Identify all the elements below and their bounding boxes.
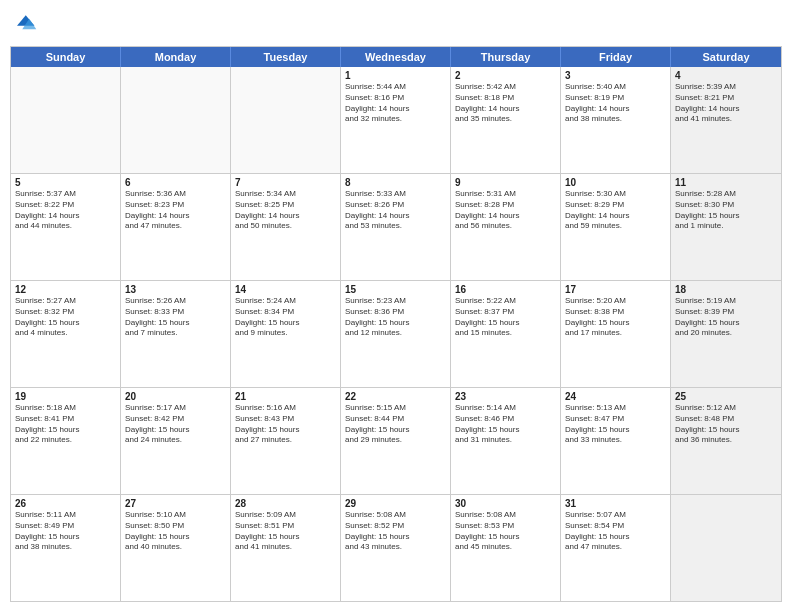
day-number: 23 <box>455 391 556 402</box>
day-number: 20 <box>125 391 226 402</box>
day-number: 18 <box>675 284 777 295</box>
calendar-cell-3-3: 14Sunrise: 5:24 AM Sunset: 8:34 PM Dayli… <box>231 281 341 387</box>
calendar-cell-5-5: 30Sunrise: 5:08 AM Sunset: 8:53 PM Dayli… <box>451 495 561 601</box>
calendar-header: SundayMondayTuesdayWednesdayThursdayFrid… <box>11 47 781 67</box>
calendar-row-3: 12Sunrise: 5:27 AM Sunset: 8:32 PM Dayli… <box>11 281 781 388</box>
cell-info: Sunrise: 5:07 AM Sunset: 8:54 PM Dayligh… <box>565 510 666 553</box>
calendar-cell-4-7: 25Sunrise: 5:12 AM Sunset: 8:48 PM Dayli… <box>671 388 781 494</box>
day-number: 19 <box>15 391 116 402</box>
calendar-cell-1-4: 1Sunrise: 5:44 AM Sunset: 8:16 PM Daylig… <box>341 67 451 173</box>
day-number: 12 <box>15 284 116 295</box>
day-number: 9 <box>455 177 556 188</box>
calendar-row-4: 19Sunrise: 5:18 AM Sunset: 8:41 PM Dayli… <box>11 388 781 495</box>
calendar-cell-5-1: 26Sunrise: 5:11 AM Sunset: 8:49 PM Dayli… <box>11 495 121 601</box>
cell-info: Sunrise: 5:44 AM Sunset: 8:16 PM Dayligh… <box>345 82 446 125</box>
calendar-cell-1-5: 2Sunrise: 5:42 AM Sunset: 8:18 PM Daylig… <box>451 67 561 173</box>
cell-info: Sunrise: 5:11 AM Sunset: 8:49 PM Dayligh… <box>15 510 116 553</box>
cell-info: Sunrise: 5:33 AM Sunset: 8:26 PM Dayligh… <box>345 189 446 232</box>
calendar-cell-1-2 <box>121 67 231 173</box>
day-number: 16 <box>455 284 556 295</box>
day-number: 2 <box>455 70 556 81</box>
cell-info: Sunrise: 5:27 AM Sunset: 8:32 PM Dayligh… <box>15 296 116 339</box>
calendar-row-1: 1Sunrise: 5:44 AM Sunset: 8:16 PM Daylig… <box>11 67 781 174</box>
cell-info: Sunrise: 5:34 AM Sunset: 8:25 PM Dayligh… <box>235 189 336 232</box>
page: SundayMondayTuesdayWednesdayThursdayFrid… <box>0 0 792 612</box>
weekday-header-monday: Monday <box>121 47 231 67</box>
cell-info: Sunrise: 5:36 AM Sunset: 8:23 PM Dayligh… <box>125 189 226 232</box>
cell-info: Sunrise: 5:20 AM Sunset: 8:38 PM Dayligh… <box>565 296 666 339</box>
cell-info: Sunrise: 5:12 AM Sunset: 8:48 PM Dayligh… <box>675 403 777 446</box>
day-number: 4 <box>675 70 777 81</box>
day-number: 31 <box>565 498 666 509</box>
cell-info: Sunrise: 5:13 AM Sunset: 8:47 PM Dayligh… <box>565 403 666 446</box>
calendar-cell-3-5: 16Sunrise: 5:22 AM Sunset: 8:37 PM Dayli… <box>451 281 561 387</box>
calendar-cell-4-1: 19Sunrise: 5:18 AM Sunset: 8:41 PM Dayli… <box>11 388 121 494</box>
day-number: 25 <box>675 391 777 402</box>
calendar-cell-2-1: 5Sunrise: 5:37 AM Sunset: 8:22 PM Daylig… <box>11 174 121 280</box>
calendar-cell-1-6: 3Sunrise: 5:40 AM Sunset: 8:19 PM Daylig… <box>561 67 671 173</box>
cell-info: Sunrise: 5:22 AM Sunset: 8:37 PM Dayligh… <box>455 296 556 339</box>
day-number: 17 <box>565 284 666 295</box>
cell-info: Sunrise: 5:08 AM Sunset: 8:52 PM Dayligh… <box>345 510 446 553</box>
cell-info: Sunrise: 5:17 AM Sunset: 8:42 PM Dayligh… <box>125 403 226 446</box>
logo <box>10 10 42 38</box>
day-number: 7 <box>235 177 336 188</box>
calendar-cell-4-2: 20Sunrise: 5:17 AM Sunset: 8:42 PM Dayli… <box>121 388 231 494</box>
calendar-cell-2-7: 11Sunrise: 5:28 AM Sunset: 8:30 PM Dayli… <box>671 174 781 280</box>
cell-info: Sunrise: 5:42 AM Sunset: 8:18 PM Dayligh… <box>455 82 556 125</box>
cell-info: Sunrise: 5:18 AM Sunset: 8:41 PM Dayligh… <box>15 403 116 446</box>
calendar-cell-5-6: 31Sunrise: 5:07 AM Sunset: 8:54 PM Dayli… <box>561 495 671 601</box>
day-number: 24 <box>565 391 666 402</box>
calendar-cell-3-4: 15Sunrise: 5:23 AM Sunset: 8:36 PM Dayli… <box>341 281 451 387</box>
calendar-cell-1-3 <box>231 67 341 173</box>
weekday-header-wednesday: Wednesday <box>341 47 451 67</box>
calendar-cell-1-7: 4Sunrise: 5:39 AM Sunset: 8:21 PM Daylig… <box>671 67 781 173</box>
cell-info: Sunrise: 5:30 AM Sunset: 8:29 PM Dayligh… <box>565 189 666 232</box>
day-number: 29 <box>345 498 446 509</box>
day-number: 1 <box>345 70 446 81</box>
logo-icon <box>10 10 38 38</box>
cell-info: Sunrise: 5:15 AM Sunset: 8:44 PM Dayligh… <box>345 403 446 446</box>
cell-info: Sunrise: 5:37 AM Sunset: 8:22 PM Dayligh… <box>15 189 116 232</box>
day-number: 8 <box>345 177 446 188</box>
cell-info: Sunrise: 5:28 AM Sunset: 8:30 PM Dayligh… <box>675 189 777 232</box>
cell-info: Sunrise: 5:14 AM Sunset: 8:46 PM Dayligh… <box>455 403 556 446</box>
calendar-cell-3-1: 12Sunrise: 5:27 AM Sunset: 8:32 PM Dayli… <box>11 281 121 387</box>
day-number: 6 <box>125 177 226 188</box>
day-number: 28 <box>235 498 336 509</box>
calendar-cell-5-2: 27Sunrise: 5:10 AM Sunset: 8:50 PM Dayli… <box>121 495 231 601</box>
day-number: 14 <box>235 284 336 295</box>
cell-info: Sunrise: 5:10 AM Sunset: 8:50 PM Dayligh… <box>125 510 226 553</box>
calendar-cell-2-6: 10Sunrise: 5:30 AM Sunset: 8:29 PM Dayli… <box>561 174 671 280</box>
calendar-cell-5-3: 28Sunrise: 5:09 AM Sunset: 8:51 PM Dayli… <box>231 495 341 601</box>
header <box>10 10 782 38</box>
weekday-header-saturday: Saturday <box>671 47 781 67</box>
calendar-cell-4-6: 24Sunrise: 5:13 AM Sunset: 8:47 PM Dayli… <box>561 388 671 494</box>
calendar-body: 1Sunrise: 5:44 AM Sunset: 8:16 PM Daylig… <box>11 67 781 601</box>
calendar-cell-3-7: 18Sunrise: 5:19 AM Sunset: 8:39 PM Dayli… <box>671 281 781 387</box>
calendar-cell-2-4: 8Sunrise: 5:33 AM Sunset: 8:26 PM Daylig… <box>341 174 451 280</box>
day-number: 27 <box>125 498 226 509</box>
cell-info: Sunrise: 5:31 AM Sunset: 8:28 PM Dayligh… <box>455 189 556 232</box>
cell-info: Sunrise: 5:23 AM Sunset: 8:36 PM Dayligh… <box>345 296 446 339</box>
weekday-header-friday: Friday <box>561 47 671 67</box>
calendar-cell-4-3: 21Sunrise: 5:16 AM Sunset: 8:43 PM Dayli… <box>231 388 341 494</box>
calendar-cell-3-6: 17Sunrise: 5:20 AM Sunset: 8:38 PM Dayli… <box>561 281 671 387</box>
calendar-cell-5-4: 29Sunrise: 5:08 AM Sunset: 8:52 PM Dayli… <box>341 495 451 601</box>
day-number: 26 <box>15 498 116 509</box>
calendar-row-2: 5Sunrise: 5:37 AM Sunset: 8:22 PM Daylig… <box>11 174 781 281</box>
day-number: 5 <box>15 177 116 188</box>
cell-info: Sunrise: 5:16 AM Sunset: 8:43 PM Dayligh… <box>235 403 336 446</box>
calendar-row-5: 26Sunrise: 5:11 AM Sunset: 8:49 PM Dayli… <box>11 495 781 601</box>
cell-info: Sunrise: 5:40 AM Sunset: 8:19 PM Dayligh… <box>565 82 666 125</box>
cell-info: Sunrise: 5:09 AM Sunset: 8:51 PM Dayligh… <box>235 510 336 553</box>
weekday-header-tuesday: Tuesday <box>231 47 341 67</box>
cell-info: Sunrise: 5:26 AM Sunset: 8:33 PM Dayligh… <box>125 296 226 339</box>
calendar-cell-5-7 <box>671 495 781 601</box>
day-number: 22 <box>345 391 446 402</box>
calendar-cell-4-4: 22Sunrise: 5:15 AM Sunset: 8:44 PM Dayli… <box>341 388 451 494</box>
calendar-cell-3-2: 13Sunrise: 5:26 AM Sunset: 8:33 PM Dayli… <box>121 281 231 387</box>
cell-info: Sunrise: 5:19 AM Sunset: 8:39 PM Dayligh… <box>675 296 777 339</box>
weekday-header-sunday: Sunday <box>11 47 121 67</box>
calendar-cell-2-2: 6Sunrise: 5:36 AM Sunset: 8:23 PM Daylig… <box>121 174 231 280</box>
